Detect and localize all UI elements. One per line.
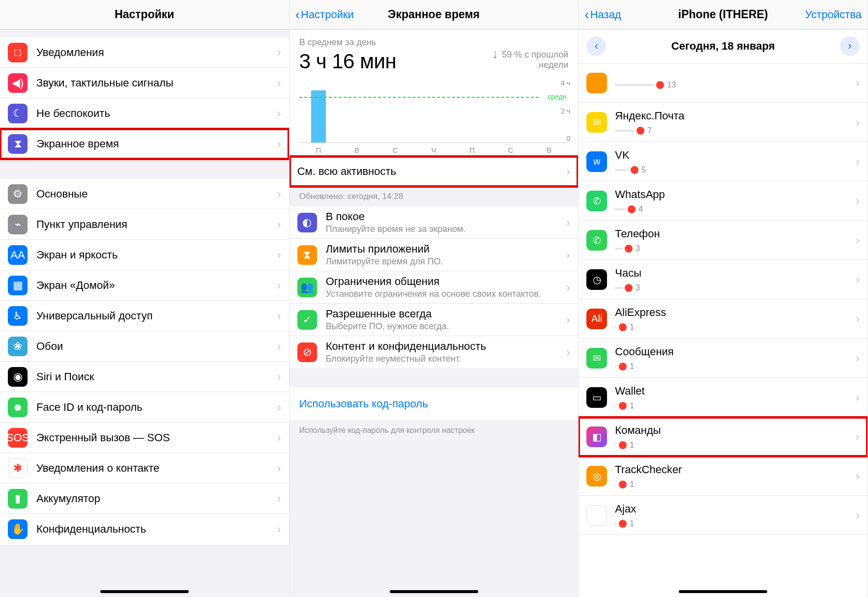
display-icon: AA [8,245,28,265]
option-row-comm-limits[interactable]: 👥 Ограничения общения Установите огранич… [289,271,579,304]
usage-meter: 1 [615,401,856,410]
app-icon: ✆ [586,191,607,211]
usage-meter: 1 [615,519,856,528]
screen-time-content: В среднем за день 3 ч 16 мин ⭣59 % с про… [289,29,579,597]
average-time: 3 ч 16 мин [299,50,397,73]
app-row-Ajax[interactable]: ▼ Ajax 1 › [579,496,868,535]
chevron-right-icon: › [856,430,860,444]
meter-track [615,287,623,289]
app-name: Часы [615,267,856,280]
settings-row-siri[interactable]: ◉ Siri и Поиск › [0,362,289,392]
row-label: Экстренный вызов — SOS [36,431,277,444]
usage-count: 1 [630,441,634,450]
use-passcode-link[interactable]: Использовать код-пароль [289,388,579,420]
app-icon: ◧ [586,426,607,447]
accessibility-icon: ♿︎ [8,306,28,326]
settings-row-screen-time[interactable]: ⧗ Экранное время › [0,129,289,159]
settings-row-notifications[interactable]: □ Уведомления › [0,37,289,68]
settings-row-battery[interactable]: ▮ Аккумулятор › [0,483,289,514]
summary-block: В среднем за день 3 ч 16 мин ⭣59 % с про… [289,29,579,75]
app-row-AliExpress[interactable]: Ali AliExpress 1 › [579,299,868,339]
settings-row-privacy[interactable]: ✋ Конфиденциальность › [0,514,289,544]
settings-row-general[interactable]: ⚙︎ Основные › [0,179,289,209]
meter-track [615,169,629,171]
meter-track [615,208,626,210]
chevron-right-icon: › [856,312,860,326]
meter-track [615,483,617,485]
row-label: Основные [36,188,277,200]
meter-track [615,444,617,446]
siri-icon: ◉ [8,367,28,387]
option-row-content-privacy[interactable]: ⊘ Контент и конфиденциальность Блокируйт… [289,336,579,368]
app-row-Сообщения[interactable]: ✉ Сообщения 1 › [579,339,868,378]
app-row-Wallet[interactable]: ▭ Wallet 1 › [579,378,868,417]
devices-link[interactable]: Устройства [805,0,862,29]
next-day-button[interactable]: › [840,36,860,56]
chevron-right-icon: › [277,76,281,90]
app-name: AliExpress [615,306,856,319]
row-label: Экранное время [36,138,277,150]
meter-track [615,248,623,250]
settings-row-control-center[interactable]: ⌁ Пункт управления › [0,209,289,240]
usage-count: 3 [636,284,640,292]
chevron-right-icon: › [856,351,860,365]
settings-panel: Настройки □ Уведомления ›◀︎) Звуки, такт… [0,0,289,597]
meter-dot [625,245,633,253]
app-row-TrackChecker[interactable]: ◎ TrackChecker 1 › [579,456,868,496]
option-row-always-allowed[interactable]: ✓ Разрешенные всегда Выберите ПО, нужное… [289,304,579,336]
meter-dot [619,323,627,331]
settings-row-wallpaper[interactable]: ❀ Обои › [0,331,289,362]
date-label: Сегодня, 18 января [671,40,775,53]
app-row-WhatsApp[interactable]: ✆ WhatsApp 4 › [579,181,868,221]
app-name: Сообщения [615,345,856,358]
chevron-right-icon: › [277,248,281,262]
usage-meter: 3 [615,284,856,292]
option-title: Ограничения общения [326,275,567,288]
dnd-icon: ☾ [8,104,28,123]
settings-row-sounds[interactable]: ◀︎) Звуки, тактильные сигналы › [0,68,289,98]
row-label: Face ID и код-пароль [36,401,277,414]
chevron-right-icon: › [566,313,570,327]
row-label: Звуки, тактильные сигналы [36,77,277,89]
back-button[interactable]: ‹ Назад [584,0,621,29]
settings-row-home-screen[interactable]: ▦ Экран «Домой» › [0,270,289,301]
chevron-right-icon: › [856,194,860,208]
app-row-Телефон[interactable]: ✆ Телефон 3 › [579,221,868,260]
see-activity-row[interactable]: См. всю активность › [289,156,579,187]
option-row-app-limits[interactable]: ⧗ Лимиты приложений Лимитируйте время дл… [289,239,579,271]
prev-day-button[interactable]: ‹ [586,36,606,56]
usage-count: 1 [630,323,634,332]
meter-dot [625,284,633,292]
app-row-Часы[interactable]: ◷ Часы 3 › [579,260,868,299]
settings-row-accessibility[interactable]: ♿︎ Универсальный доступ › [0,301,289,331]
app-row-item-0[interactable]: 13 › [579,63,868,103]
chevron-right-icon: › [277,309,281,323]
settings-row-sos[interactable]: SOS Экстренный вызов — SOS › [0,423,289,453]
chevron-right-icon: › [856,155,860,169]
activity-panel: ‹ Назад iPhone (ITHERE) Устройства ‹ Сег… [579,0,868,597]
back-button[interactable]: ‹ Настройки [295,0,354,29]
option-row-downtime[interactable]: ◐ В покое Планируйте время не за экраном… [289,206,579,239]
chevron-right-icon: › [277,187,281,201]
meter-track [615,84,654,86]
chevron-right-icon: › [566,281,570,294]
meter-dot [656,81,664,89]
settings-row-faceid[interactable]: ☻ Face ID и код-пароль › [0,392,289,423]
meter-dot [619,520,627,528]
meter-track [615,130,635,132]
option-title: Контент и конфиденциальность [326,340,567,353]
meter-dot [628,205,636,213]
settings-row-display[interactable]: AA Экран и яркость › [0,240,289,270]
chevron-right-icon: › [566,216,570,229]
meter-dot [619,363,627,370]
app-icon: ✆ [586,230,607,251]
app-name: Яндекс.Почта [615,110,856,122]
chevron-left-icon: ‹ [295,7,300,23]
app-row-VK[interactable]: w VK 5 › [579,142,868,181]
settings-row-dnd[interactable]: ☾ Не беспокоить › [0,98,289,129]
app-row-Яндекс.Почта[interactable]: ✉ Яндекс.Почта 7 › [579,103,868,142]
app-icon: ◷ [586,269,607,290]
day-label: С [492,143,530,154]
app-row-Команды[interactable]: ◧ Команды 1 › [579,417,868,456]
settings-row-exposure[interactable]: ✱ Уведомления о контакте › [0,453,289,483]
